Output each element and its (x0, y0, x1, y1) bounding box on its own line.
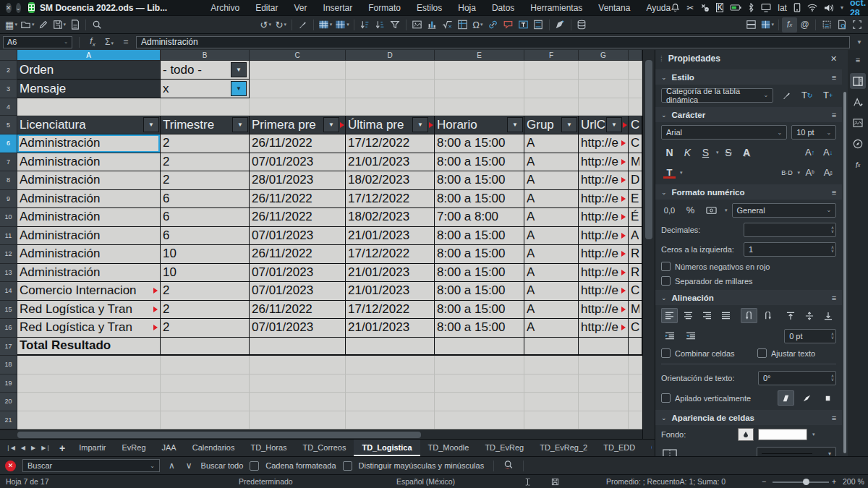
menu-hoja[interactable]: Hoja (458, 3, 476, 13)
first-sheet-button[interactable]: ❘◀ (3, 445, 18, 451)
zoom-out-icon[interactable]: − (762, 477, 766, 486)
data-cell[interactable]: C (629, 282, 642, 301)
empty-cell[interactable] (435, 61, 524, 80)
data-cell[interactable]: 17/12/2022 (346, 301, 435, 320)
select-all-corner[interactable] (0, 50, 17, 61)
font-color-options-icon[interactable]: ▾ (680, 170, 683, 176)
empty-cell[interactable] (346, 374, 435, 393)
find-next-button[interactable]: ∨ (184, 461, 195, 471)
update-style-button[interactable]: T↻ (799, 87, 815, 103)
decrease-font-button[interactable]: A↓ (820, 145, 836, 160)
leading-zeroes-spinner[interactable]: 1∧∨ (744, 242, 836, 257)
data-cell[interactable]: http://e (579, 134, 629, 153)
row-header-21[interactable]: 21 (0, 411, 17, 430)
menu-insertar[interactable]: Insertar (323, 3, 353, 13)
pivot-header-cell[interactable]: Primera pre▼ (250, 116, 346, 134)
tasks-tray-icon[interactable] (700, 3, 710, 12)
data-cell[interactable]: http://e (579, 301, 629, 320)
function-wizard-button[interactable]: fx (782, 17, 797, 33)
collapse-chevron-icon[interactable]: ⌄ (661, 111, 667, 119)
data-cell[interactable]: A (524, 171, 579, 190)
data-cell[interactable]: A (629, 227, 642, 246)
empty-cell[interactable] (346, 98, 435, 116)
show-draw-functions-button[interactable] (553, 17, 568, 33)
row-header-13[interactable]: 13 (0, 264, 17, 283)
split-window-button[interactable] (744, 17, 759, 33)
autofilter-dropdown-button[interactable]: ▼ (231, 62, 247, 77)
decimals-spinner[interactable]: ∧∨ (744, 223, 836, 237)
print-preview-button[interactable] (834, 17, 849, 33)
insert-textbox-button[interactable] (516, 17, 531, 33)
pivot-header-cell[interactable]: Trimestre▼ (161, 116, 250, 134)
row-header-11[interactable]: 11 (0, 227, 17, 246)
data-cell[interactable]: C (629, 134, 642, 153)
gallery-deck-tab[interactable] (850, 115, 866, 131)
data-cell[interactable]: 8:00 a 15:00 (435, 319, 524, 338)
data-cell[interactable]: 2 (161, 134, 250, 153)
data-cell[interactable]: Administración (17, 171, 161, 190)
data-cell[interactable]: 8:00 a 15:00 (435, 245, 524, 264)
autofilter-dropdown-button[interactable]: ▼ (232, 117, 248, 132)
data-cell[interactable]: A (524, 319, 579, 338)
data-cell[interactable]: A (524, 153, 579, 172)
empty-cell[interactable] (579, 61, 629, 80)
menu-ver[interactable]: Ver (294, 3, 307, 13)
data-cell[interactable]: A (524, 208, 579, 227)
data-cell[interactable]: http://e (579, 153, 629, 172)
strikethrough-button[interactable]: S (720, 145, 737, 160)
currency-options-icon[interactable]: ▾ (725, 207, 728, 213)
data-cell[interactable]: É (629, 208, 642, 227)
data-cell[interactable]: 26/11/2022 (250, 208, 346, 227)
battery-icon[interactable] (730, 4, 741, 12)
insert-image-button[interactable] (409, 17, 425, 33)
data-cell[interactable]: http://e (579, 264, 629, 283)
empty-cell[interactable] (250, 393, 346, 411)
row-header-14[interactable]: 14 (0, 282, 17, 301)
bluetooth-icon[interactable] (748, 3, 754, 12)
data-cell[interactable]: 2 (161, 282, 250, 301)
data-cell[interactable]: 26/11/2022 (250, 190, 346, 209)
data-cell[interactable]: http://e (579, 208, 629, 227)
export-pdf-button[interactable] (67, 17, 82, 33)
empty-cell[interactable] (524, 374, 579, 393)
autofilter-dropdown-button[interactable]: ▼ (323, 117, 339, 132)
row-header-19[interactable]: 19 (0, 374, 17, 393)
data-cell[interactable]: R (629, 245, 642, 264)
data-cell[interactable]: 28/01/2023 (250, 171, 346, 190)
redo-button[interactable]: ↻▾ (273, 17, 289, 33)
data-cell[interactable]: Administración (17, 227, 161, 246)
menu-formato[interactable]: Formato (368, 3, 401, 13)
empty-cell[interactable] (629, 393, 642, 411)
total-row-cell[interactable] (435, 338, 524, 356)
data-cell[interactable]: A (524, 264, 579, 283)
sort-ascending-button[interactable] (357, 17, 373, 33)
data-cell[interactable]: 8:00 a 15:00 (435, 153, 524, 172)
data-cell[interactable]: 26/11/2022 (250, 134, 346, 153)
text-direction-rtl-button[interactable] (760, 308, 776, 323)
empty-cell[interactable] (250, 411, 346, 430)
font-size-combo[interactable]: 10 pt⌄ (791, 125, 836, 140)
empty-cell[interactable] (579, 374, 629, 393)
empty-cell[interactable] (579, 411, 629, 430)
insert-mode-icon[interactable] (524, 478, 532, 487)
column-header-B[interactable]: B (161, 50, 250, 61)
empty-cell[interactable] (435, 80, 524, 98)
align-vertical-center-button[interactable] (801, 308, 817, 323)
data-cell[interactable]: Administración (17, 153, 161, 172)
data-cell[interactable]: 21/01/2023 (346, 264, 435, 283)
data-cell[interactable]: 8:00 a 15:00 (435, 190, 524, 209)
underline-button[interactable]: S (697, 145, 714, 160)
empty-cell[interactable] (17, 98, 161, 116)
match-case-checkbox[interactable] (343, 461, 352, 471)
align-justify-button[interactable] (718, 308, 734, 323)
data-cell[interactable]: C (629, 319, 642, 338)
pivot-header-cell[interactable]: Horario▼ (435, 116, 524, 134)
sheet-tab-EvReg[interactable]: EvReg (114, 440, 154, 456)
language-status[interactable]: Español (México) (396, 477, 455, 486)
find-replace-icon[interactable] (503, 460, 514, 471)
style-section-header[interactable]: ⌄ Estilo ≡ (655, 69, 842, 85)
data-cell[interactable]: A (524, 245, 579, 264)
data-cell[interactable]: 17/12/2022 (346, 134, 435, 153)
text-direction-ltr-button[interactable] (741, 308, 757, 323)
number-format-decimal-button[interactable]: 0,0 (661, 202, 678, 218)
